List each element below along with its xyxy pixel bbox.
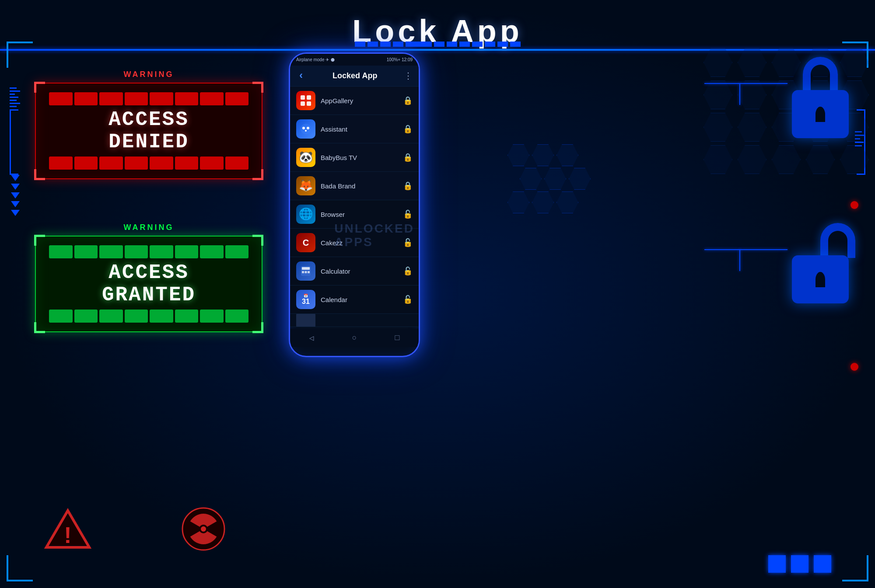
warning-triangle-icon: ! <box>44 507 92 551</box>
banner-corner-br <box>252 322 263 333</box>
access-denied-text: ACCESS DENIED <box>49 109 248 153</box>
strip-block <box>380 42 391 47</box>
phone-header: ‹ Locked App ⋮ <box>290 66 419 87</box>
nav-home-button[interactable]: ○ <box>352 334 357 342</box>
calculator-label: Calculator <box>321 268 403 275</box>
app-item-appgallery[interactable]: AppGallery 🔒 <box>290 87 419 115</box>
bada-label: Bada Brand <box>321 182 403 190</box>
strip-block <box>368 42 378 47</box>
lock-body-open <box>792 255 849 303</box>
app-list: LOCKED APPS AppGallery 🔒 <box>290 87 419 327</box>
calendar-lock-toggle[interactable]: 🔓 <box>403 295 413 304</box>
deco-line-h <box>739 249 788 250</box>
arrow-down <box>11 201 20 207</box>
bada-lock-toggle[interactable]: 🔒 <box>403 181 413 191</box>
access-denied-banner: ACCESS DENIED <box>35 83 262 179</box>
svg-point-13 <box>305 130 307 132</box>
menu-button[interactable]: ⋮ <box>404 70 413 81</box>
camera-icon: ⬤ <box>331 58 335 62</box>
browser-lock-toggle[interactable]: 🔓 <box>403 209 413 219</box>
app-item-calculator[interactable]: Calculator 🔓 <box>290 257 419 285</box>
indicator-square-2 <box>791 555 808 573</box>
banner-stripes-top <box>49 92 248 105</box>
banner-stripes-bottom <box>49 310 248 323</box>
banner-corner-tr <box>252 235 263 246</box>
svg-rect-15 <box>302 267 310 270</box>
strip-block <box>497 42 508 47</box>
app-item-babybus[interactable]: 🐼 BabyBus TV 🔒 <box>290 143 419 172</box>
lock-open-icon <box>792 223 849 303</box>
back-button[interactable]: ‹ <box>296 70 306 82</box>
nav-back-button[interactable]: ◁ <box>309 333 314 343</box>
partial-icon <box>296 314 315 327</box>
appgallery-lock-toggle[interactable]: 🔒 <box>403 96 413 105</box>
cakezz-icon: C <box>296 233 315 252</box>
indicator-square-1 <box>768 555 786 573</box>
top-strip-decoration <box>88 42 788 47</box>
app-item-bada[interactable]: 🦊 Bada Brand 🔒 <box>290 172 419 200</box>
banner-corner-tl <box>34 82 45 93</box>
banner-stripes-bottom <box>49 157 248 170</box>
assistant-label: Assistant <box>321 125 403 133</box>
banner-stripes-top <box>49 245 248 258</box>
svg-rect-6 <box>301 95 305 100</box>
status-left: Airplane mode ✈ ⬤ <box>296 57 335 62</box>
app-item-assistant[interactable]: Assistant 🔒 <box>290 115 419 143</box>
strip-block <box>472 42 483 47</box>
svg-point-11 <box>302 127 305 129</box>
radiation-svg <box>182 507 225 551</box>
appgallery-icon <box>296 91 315 110</box>
deco-line-v <box>739 83 740 105</box>
triangle-svg: ! <box>44 507 92 551</box>
radiation-icon <box>179 505 228 553</box>
lock-keyhole <box>816 107 825 122</box>
red-dot-1 <box>850 201 858 209</box>
browser-icon: 🌐 <box>296 205 315 224</box>
arrow-down <box>11 192 20 198</box>
assistant-icon <box>296 119 315 139</box>
svg-rect-16 <box>302 271 304 273</box>
deco-line-v <box>739 249 740 271</box>
status-right: 100%+ 12:09 <box>387 57 413 62</box>
app-item-calendar[interactable]: 📅 31 Calendar 🔓 <box>290 285 419 314</box>
airplane-mode-text: Airplane mode ✈ <box>296 57 329 62</box>
status-bar: Airplane mode ✈ ⬤ 100%+ 12:09 <box>290 54 419 66</box>
access-granted-text: ACCESS GRANTED <box>49 262 248 306</box>
svg-text:!: ! <box>64 522 71 548</box>
access-granted-line1: ACCESS <box>49 262 248 284</box>
banner-corner-bl <box>34 169 45 180</box>
access-denied-line1: ACCESS <box>49 109 248 131</box>
calculator-icon <box>296 261 315 281</box>
bada-icon: 🦊 <box>296 176 315 195</box>
vertical-arrows-left <box>11 175 20 216</box>
warning-label-denied: WARNING <box>35 70 262 79</box>
strip-block <box>485 42 495 47</box>
h-ticks-left <box>10 87 20 107</box>
lock-closed-icon <box>792 57 849 138</box>
arrow-down <box>11 210 20 216</box>
app-item-partial <box>290 314 419 327</box>
warning-icons-container: ! <box>44 505 228 553</box>
svg-point-5 <box>201 526 206 532</box>
lock-keyhole-open <box>816 272 825 287</box>
hex-grid-center <box>508 144 595 232</box>
strip-block <box>434 42 444 47</box>
bottom-indicators <box>768 555 831 573</box>
access-denied-line2: DENIED <box>49 131 248 153</box>
corner-bl <box>7 555 33 581</box>
strip-block <box>510 42 521 47</box>
babybus-lock-toggle[interactable]: 🔒 <box>403 153 413 162</box>
phone-nav-bar: ◁ ○ □ <box>290 329 419 347</box>
phone-screen-title: Locked App <box>332 71 377 80</box>
strip-block <box>459 42 470 47</box>
side-bracket-left <box>10 109 18 175</box>
svg-rect-7 <box>307 95 311 100</box>
calculator-lock-toggle[interactable]: 🔓 <box>403 266 413 276</box>
warning-label-granted: WARNING <box>35 223 262 232</box>
babybus-label: BabyBus TV <box>321 154 403 161</box>
lock-body-closed <box>792 90 849 138</box>
svg-rect-17 <box>305 271 307 273</box>
nav-recent-button[interactable]: □ <box>395 334 400 342</box>
corner-tl <box>7 42 33 68</box>
assistant-lock-toggle[interactable]: 🔒 <box>403 124 413 134</box>
